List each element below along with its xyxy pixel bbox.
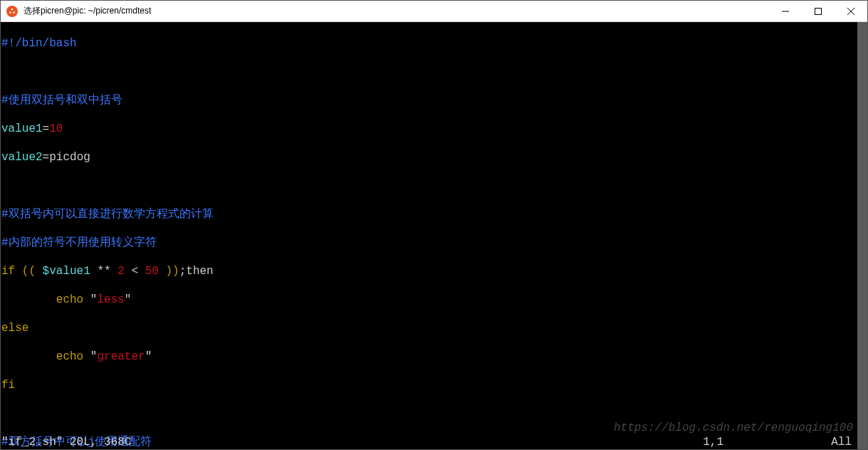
svg-point-1: [9, 11, 11, 14]
number: 10: [49, 122, 63, 135]
variable: value2: [1, 151, 43, 164]
keyword: else: [1, 322, 28, 335]
status-file: "if_2.sh" 20L, 368C: [1, 435, 703, 449]
scrollbar[interactable]: [857, 22, 867, 449]
status-position: 1,1: [703, 435, 831, 449]
vim-status-line: "if_2.sh" 20L, 368C 1,1 All: [1, 435, 857, 449]
window-controls: [769, 1, 867, 21]
ubuntu-icon: [6, 6, 18, 17]
shebang: #!/bin/bash: [1, 37, 77, 50]
comment: #内部的符号不用使用转义字符: [1, 236, 157, 249]
svg-rect-4: [815, 8, 822, 14]
window-title: 选择picren@pic: ~/picren/cmdtest: [23, 5, 769, 17]
keyword: fi: [1, 379, 15, 392]
comment: #双括号内可以直接进行数学方程式的计算: [1, 208, 214, 221]
close-button[interactable]: [835, 1, 867, 21]
svg-point-0: [11, 8, 14, 10]
blank-line: [1, 65, 857, 79]
status-scroll: All: [831, 435, 857, 449]
comment: #使用双括号和双中括号: [1, 94, 122, 107]
maximize-button[interactable]: [802, 1, 835, 21]
keyword: echo: [56, 350, 83, 363]
scrollbar-thumb[interactable]: [857, 22, 867, 449]
keyword: if: [1, 265, 15, 278]
editor-content: #!/bin/bash #使用双括号和双中括号 value1=10 value2…: [1, 22, 857, 449]
keyword: echo: [56, 293, 83, 306]
svg-point-2: [13, 11, 15, 14]
minimize-button[interactable]: [769, 1, 802, 21]
blank-line: [1, 407, 857, 421]
terminal-window: 选择picren@pic: ~/picren/cmdtest #!/bin/ba…: [0, 0, 868, 450]
watermark: https://blog.csdn.net/renguoqing100: [614, 421, 853, 435]
blank-line: [1, 179, 857, 193]
terminal-area[interactable]: #!/bin/bash #使用双括号和双中括号 value1=10 value2…: [1, 22, 867, 449]
variable: value1: [1, 122, 43, 135]
titlebar: 选择picren@pic: ~/picren/cmdtest: [1, 1, 867, 22]
